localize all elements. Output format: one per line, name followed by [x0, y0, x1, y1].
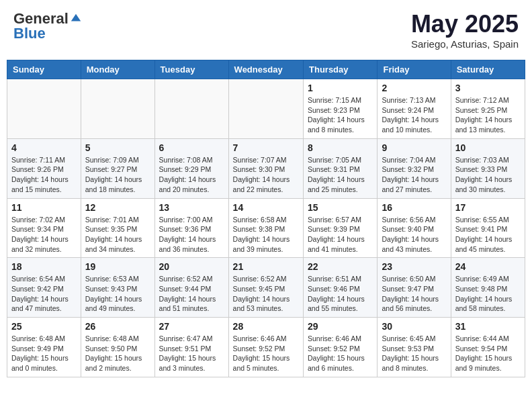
calendar-cell: 12Sunrise: 7:01 AM Sunset: 9:35 PM Dayli… [81, 198, 154, 258]
day-number: 15 [308, 202, 373, 213]
day-info: Sunrise: 6:54 AM Sunset: 9:42 PM Dayligh… [11, 274, 77, 314]
day-number: 25 [11, 321, 77, 332]
day-info: Sunrise: 6:48 AM Sunset: 9:50 PM Dayligh… [85, 334, 150, 373]
calendar-cell: 9Sunrise: 7:04 AM Sunset: 9:32 PM Daylig… [378, 138, 451, 198]
calendar-cell: 17Sunrise: 6:55 AM Sunset: 9:41 PM Dayli… [451, 198, 525, 258]
day-number: 17 [455, 202, 521, 213]
day-number: 23 [382, 261, 446, 272]
weekday-header-tuesday: Tuesday [154, 60, 228, 79]
logo-icon [70, 13, 82, 25]
day-number: 14 [233, 202, 299, 213]
day-info: Sunrise: 7:01 AM Sunset: 9:35 PM Dayligh… [85, 215, 150, 255]
day-number: 10 [455, 142, 521, 153]
week-row-4: 18Sunrise: 6:54 AM Sunset: 9:42 PM Dayli… [7, 258, 525, 318]
calendar-cell: 23Sunrise: 6:50 AM Sunset: 9:47 PM Dayli… [378, 258, 451, 318]
day-number: 26 [85, 321, 150, 332]
day-number: 12 [85, 202, 150, 213]
svg-marker-0 [71, 14, 81, 21]
day-info: Sunrise: 6:49 AM Sunset: 9:48 PM Dayligh… [455, 274, 521, 314]
calendar-cell: 18Sunrise: 6:54 AM Sunset: 9:42 PM Dayli… [7, 258, 81, 318]
day-number: 19 [85, 261, 150, 272]
calendar-cell: 20Sunrise: 6:52 AM Sunset: 9:44 PM Dayli… [154, 258, 228, 318]
calendar-cell: 11Sunrise: 7:02 AM Sunset: 9:34 PM Dayli… [7, 198, 81, 258]
day-info: Sunrise: 7:15 AM Sunset: 9:23 PM Dayligh… [308, 95, 373, 135]
day-info: Sunrise: 6:57 AM Sunset: 9:39 PM Dayligh… [308, 215, 373, 255]
day-number: 29 [308, 321, 373, 332]
day-info: Sunrise: 6:44 AM Sunset: 9:54 PM Dayligh… [455, 334, 521, 373]
calendar-cell: 7Sunrise: 7:07 AM Sunset: 9:30 PM Daylig… [228, 138, 303, 198]
day-info: Sunrise: 7:05 AM Sunset: 9:31 PM Dayligh… [308, 155, 373, 195]
day-info: Sunrise: 6:46 AM Sunset: 9:52 PM Dayligh… [233, 334, 299, 373]
day-number: 20 [159, 261, 224, 272]
calendar-cell: 24Sunrise: 6:49 AM Sunset: 9:48 PM Dayli… [451, 258, 525, 318]
calendar-cell [228, 79, 303, 139]
day-info: Sunrise: 7:07 AM Sunset: 9:30 PM Dayligh… [233, 155, 299, 195]
calendar-cell: 15Sunrise: 6:57 AM Sunset: 9:39 PM Dayli… [304, 198, 378, 258]
week-row-5: 25Sunrise: 6:48 AM Sunset: 9:49 PM Dayli… [7, 318, 525, 377]
calendar-cell: 3Sunrise: 7:12 AM Sunset: 9:25 PM Daylig… [451, 79, 525, 139]
day-info: Sunrise: 6:55 AM Sunset: 9:41 PM Dayligh… [455, 215, 521, 255]
month-title: May 2025 [411, 10, 519, 38]
day-info: Sunrise: 6:46 AM Sunset: 9:52 PM Dayligh… [308, 334, 373, 373]
day-number: 22 [308, 261, 373, 272]
calendar-cell: 30Sunrise: 6:45 AM Sunset: 9:53 PM Dayli… [378, 318, 451, 377]
day-info: Sunrise: 6:47 AM Sunset: 9:51 PM Dayligh… [159, 334, 224, 373]
calendar-cell: 22Sunrise: 6:51 AM Sunset: 9:46 PM Dayli… [304, 258, 378, 318]
day-info: Sunrise: 7:09 AM Sunset: 9:27 PM Dayligh… [85, 155, 150, 195]
calendar-cell: 21Sunrise: 6:52 AM Sunset: 9:45 PM Dayli… [228, 258, 303, 318]
day-number: 28 [233, 321, 299, 332]
calendar-cell: 5Sunrise: 7:09 AM Sunset: 9:27 PM Daylig… [81, 138, 154, 198]
day-info: Sunrise: 6:53 AM Sunset: 9:43 PM Dayligh… [85, 274, 150, 314]
day-info: Sunrise: 6:50 AM Sunset: 9:47 PM Dayligh… [382, 274, 446, 314]
day-info: Sunrise: 7:12 AM Sunset: 9:25 PM Dayligh… [455, 95, 521, 135]
calendar-cell: 14Sunrise: 6:58 AM Sunset: 9:38 PM Dayli… [228, 198, 303, 258]
title-section: May 2025 Sariego, Asturias, Spain [411, 10, 519, 50]
calendar-cell [81, 79, 154, 139]
day-number: 24 [455, 261, 521, 272]
day-number: 18 [11, 261, 77, 272]
calendar-table: SundayMondayTuesdayWednesdayThursdayFrid… [7, 60, 525, 377]
day-number: 8 [308, 142, 373, 153]
day-info: Sunrise: 6:58 AM Sunset: 9:38 PM Dayligh… [233, 215, 299, 255]
week-row-2: 4Sunrise: 7:11 AM Sunset: 9:26 PM Daylig… [7, 138, 525, 198]
calendar-cell: 8Sunrise: 7:05 AM Sunset: 9:31 PM Daylig… [304, 138, 378, 198]
day-number: 1 [308, 83, 373, 93]
day-number: 16 [382, 202, 446, 213]
calendar-cell: 31Sunrise: 6:44 AM Sunset: 9:54 PM Dayli… [451, 318, 525, 377]
day-number: 7 [233, 142, 299, 153]
logo: General Blue [13, 10, 82, 42]
weekday-header-wednesday: Wednesday [228, 60, 303, 79]
calendar-cell: 27Sunrise: 6:47 AM Sunset: 9:51 PM Dayli… [154, 318, 228, 377]
day-number: 9 [382, 142, 446, 153]
calendar-cell: 16Sunrise: 6:56 AM Sunset: 9:40 PM Dayli… [378, 198, 451, 258]
day-info: Sunrise: 6:48 AM Sunset: 9:49 PM Dayligh… [11, 334, 77, 373]
day-info: Sunrise: 7:13 AM Sunset: 9:24 PM Dayligh… [382, 95, 446, 135]
day-info: Sunrise: 7:11 AM Sunset: 9:26 PM Dayligh… [11, 155, 77, 195]
logo-blue-text: Blue [13, 25, 46, 42]
weekday-header-friday: Friday [378, 60, 451, 79]
day-number: 3 [455, 83, 521, 93]
calendar-cell: 13Sunrise: 7:00 AM Sunset: 9:36 PM Dayli… [154, 198, 228, 258]
weekday-header-row: SundayMondayTuesdayWednesdayThursdayFrid… [7, 60, 525, 79]
day-info: Sunrise: 6:45 AM Sunset: 9:53 PM Dayligh… [382, 334, 446, 373]
calendar-cell: 19Sunrise: 6:53 AM Sunset: 9:43 PM Dayli… [81, 258, 154, 318]
week-row-1: 1Sunrise: 7:15 AM Sunset: 9:23 PM Daylig… [7, 79, 525, 139]
day-number: 11 [11, 202, 77, 213]
calendar-cell [7, 79, 81, 139]
day-info: Sunrise: 7:02 AM Sunset: 9:34 PM Dayligh… [11, 215, 77, 255]
calendar-cell: 1Sunrise: 7:15 AM Sunset: 9:23 PM Daylig… [304, 79, 378, 139]
day-number: 4 [11, 142, 77, 153]
day-info: Sunrise: 6:56 AM Sunset: 9:40 PM Dayligh… [382, 215, 446, 255]
calendar-cell: 10Sunrise: 7:03 AM Sunset: 9:33 PM Dayli… [451, 138, 525, 198]
weekday-header-monday: Monday [81, 60, 154, 79]
calendar-cell: 28Sunrise: 6:46 AM Sunset: 9:52 PM Dayli… [228, 318, 303, 377]
calendar-cell: 2Sunrise: 7:13 AM Sunset: 9:24 PM Daylig… [378, 79, 451, 139]
calendar-cell: 29Sunrise: 6:46 AM Sunset: 9:52 PM Dayli… [304, 318, 378, 377]
day-info: Sunrise: 7:03 AM Sunset: 9:33 PM Dayligh… [455, 155, 521, 195]
day-info: Sunrise: 7:08 AM Sunset: 9:29 PM Dayligh… [159, 155, 224, 195]
weekday-header-saturday: Saturday [451, 60, 525, 79]
day-number: 13 [159, 202, 224, 213]
location: Sariego, Asturias, Spain [411, 38, 519, 50]
day-info: Sunrise: 7:04 AM Sunset: 9:32 PM Dayligh… [382, 155, 446, 195]
weekday-header-sunday: Sunday [7, 60, 81, 79]
